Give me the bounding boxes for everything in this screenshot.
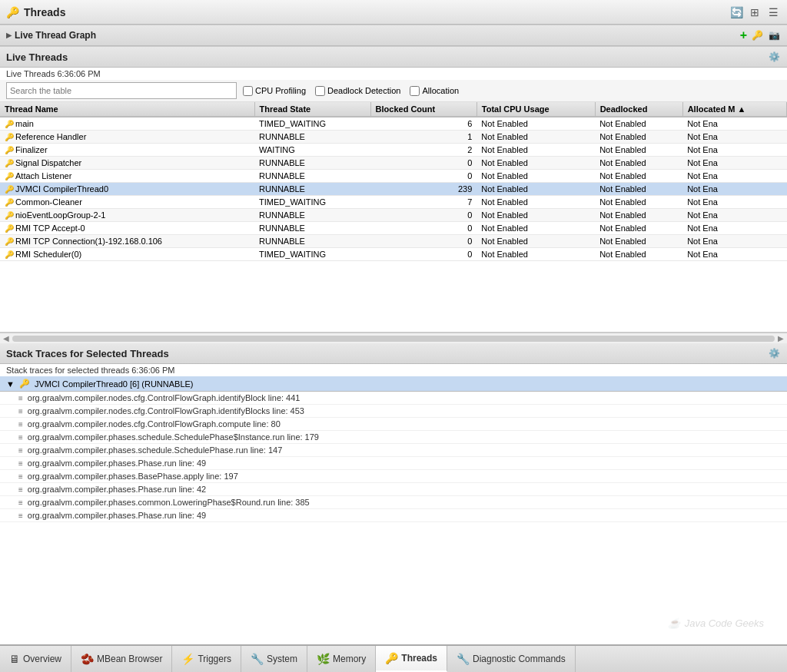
cell-thread-name: 🔑Finalizer bbox=[0, 144, 254, 157]
cell-deadlocked: Not Enabled bbox=[595, 183, 682, 196]
stack-line-icon: ≡ bbox=[18, 446, 23, 455]
main-content: ▶ Live Thread Graph + 🔑 📷 Live Threads ⚙… bbox=[0, 25, 787, 644]
thread-row-icon: 🔑 bbox=[5, 224, 14, 233]
deadlock-detection-label: Deadlock Detection bbox=[327, 86, 400, 95]
cell-blocked-count: 0 bbox=[370, 209, 477, 222]
stack-line-icon: ≡ bbox=[18, 472, 23, 481]
cell-cpu-usage: Not Enabled bbox=[477, 248, 595, 261]
selected-thread-row[interactable]: ▼ 🔑 JVMCI CompilerThread0 [6] (RUNNABLE) bbox=[0, 376, 787, 392]
cell-cpu-usage: Not Enabled bbox=[477, 196, 595, 209]
table-row[interactable]: 🔑RMI TCP Accept-0 RUNNABLE 0 Not Enabled… bbox=[0, 222, 787, 235]
stack-traces-content[interactable]: ▼ 🔑 JVMCI CompilerThread0 [6] (RUNNABLE)… bbox=[0, 376, 787, 644]
cell-thread-state: RUNNABLE bbox=[254, 209, 370, 222]
table-row[interactable]: 🔑Attach Listener RUNNABLE 0 Not Enabled … bbox=[0, 170, 787, 183]
cpu-profiling-checkbox[interactable]: CPU Profiling bbox=[243, 86, 306, 96]
cell-allocated: Not Ena bbox=[682, 131, 786, 144]
tab-bar: 🖥Overview🫘MBean Browser⚡Triggers🔧System🌿… bbox=[0, 646, 576, 672]
live-thread-graph-label: Live Thread Graph bbox=[15, 30, 96, 41]
allocation-label: Allocation bbox=[422, 86, 459, 95]
cell-cpu-usage: Not Enabled bbox=[477, 209, 595, 222]
stack-traces-settings-icon[interactable]: ⚙️ bbox=[767, 346, 781, 360]
col-thread-name[interactable]: Thread Name bbox=[0, 102, 254, 117]
tab-label: Overview bbox=[23, 654, 61, 664]
tab-item-threads[interactable]: 🔑Threads bbox=[376, 646, 447, 672]
col-deadlocked[interactable]: Deadlocked bbox=[595, 102, 682, 117]
col-blocked-count[interactable]: Blocked Count bbox=[370, 102, 477, 117]
live-threads-timestamp: Live Threads 6:36:06 PM bbox=[0, 68, 787, 80]
cell-thread-name: 🔑nioEventLoopGroup-2-1 bbox=[0, 209, 254, 222]
grid-icon[interactable]: ⊞ bbox=[747, 5, 762, 20]
table-row[interactable]: 🔑Signal Dispatcher RUNNABLE 0 Not Enable… bbox=[0, 157, 787, 170]
live-threads-header: Live Threads ⚙️ bbox=[0, 47, 787, 68]
stack-trace-item: ≡org.graalvm.compiler.phases.Phase.run l… bbox=[0, 483, 787, 496]
stack-line-icon: ≡ bbox=[18, 394, 23, 402]
cell-thread-name: 🔑Signal Dispatcher bbox=[0, 157, 254, 170]
graph-export-icon[interactable]: 📷 bbox=[767, 28, 781, 42]
tab-item-mbean-browser[interactable]: 🫘MBean Browser bbox=[71, 646, 172, 672]
cell-allocated: Not Ena bbox=[682, 144, 786, 157]
cell-thread-state: TIMED_WAITING bbox=[254, 248, 370, 261]
tab-label: System bbox=[267, 654, 297, 664]
add-graph-icon[interactable]: + bbox=[740, 28, 747, 42]
h-scrollbar[interactable]: ◀ ▶ bbox=[0, 333, 787, 343]
live-thread-graph-section: ▶ Live Thread Graph + 🔑 📷 bbox=[0, 25, 787, 47]
page-title: Threads bbox=[24, 6, 65, 18]
cpu-profiling-check[interactable] bbox=[243, 86, 253, 96]
thread-icon: 🔑 bbox=[19, 379, 30, 389]
table-row[interactable]: 🔑main TIMED_WAITING 6 Not Enabled Not En… bbox=[0, 117, 787, 131]
watermark: ☕ Java Code Geeks bbox=[668, 617, 764, 629]
live-threads-settings-icon[interactable]: ⚙️ bbox=[767, 50, 781, 64]
list-icon[interactable]: ☰ bbox=[765, 5, 781, 20]
expand-chevron[interactable]: ▶ bbox=[6, 31, 12, 39]
stack-trace-text: org.graalvm.compiler.phases.Phase.run li… bbox=[28, 485, 206, 494]
tab-icon: 🔧 bbox=[251, 653, 264, 665]
table-row[interactable]: 🔑Reference Handler RUNNABLE 1 Not Enable… bbox=[0, 131, 787, 144]
cell-blocked-count: 0 bbox=[370, 235, 477, 248]
stack-trace-item: ≡org.graalvm.compiler.nodes.cfg.ControlF… bbox=[0, 405, 787, 418]
allocation-checkbox[interactable]: Allocation bbox=[410, 86, 459, 96]
search-input[interactable] bbox=[6, 82, 237, 99]
thread-expand-arrow[interactable]: ▼ bbox=[6, 379, 15, 389]
cell-thread-state: RUNNABLE bbox=[254, 131, 370, 144]
cell-thread-name: 🔑JVMCI CompilerThread0 bbox=[0, 183, 254, 196]
tab-item-system[interactable]: 🔧System bbox=[241, 646, 307, 672]
cell-allocated: Not Ena bbox=[682, 183, 786, 196]
thread-row-icon: 🔑 bbox=[5, 172, 14, 180]
table-row[interactable]: 🔑RMI Scheduler(0) TIMED_WAITING 0 Not En… bbox=[0, 248, 787, 261]
tab-label: Threads bbox=[401, 653, 437, 664]
tab-item-overview[interactable]: 🖥Overview bbox=[0, 646, 71, 672]
cell-thread-name: 🔑RMI TCP Connection(1)-192.168.0.106 bbox=[0, 235, 254, 248]
cpu-profiling-label: CPU Profiling bbox=[255, 86, 306, 95]
threads-table-container[interactable]: Thread Name Thread State Blocked Count T… bbox=[0, 102, 787, 333]
thread-row-icon: 🔑 bbox=[5, 159, 14, 167]
stack-trace-item: ≡org.graalvm.compiler.phases.BasePhase.a… bbox=[0, 470, 787, 483]
table-row[interactable]: 🔑JVMCI CompilerThread0 RUNNABLE 239 Not … bbox=[0, 183, 787, 196]
deadlock-detection-checkbox[interactable]: Deadlock Detection bbox=[315, 86, 400, 96]
table-row[interactable]: 🔑nioEventLoopGroup-2-1 RUNNABLE 0 Not En… bbox=[0, 209, 787, 222]
refresh-icon[interactable]: 🔄 bbox=[729, 5, 744, 20]
cell-thread-name: 🔑main bbox=[0, 117, 254, 131]
cell-allocated: Not Ena bbox=[682, 196, 786, 209]
cell-cpu-usage: Not Enabled bbox=[477, 222, 595, 235]
col-thread-state[interactable]: Thread State bbox=[254, 102, 370, 117]
table-row[interactable]: 🔑Common-Cleaner TIMED_WAITING 7 Not Enab… bbox=[0, 196, 787, 209]
tab-item-diagnostic-commands[interactable]: 🔧Diagnostic Commands bbox=[447, 646, 576, 672]
table-row[interactable]: 🔑Finalizer WAITING 2 Not Enabled Not Ena… bbox=[0, 144, 787, 157]
stack-trace-text: org.graalvm.compiler.phases.schedule.Sch… bbox=[28, 445, 282, 455]
cell-thread-name: 🔑RMI Scheduler(0) bbox=[0, 248, 254, 261]
tab-label: Triggers bbox=[198, 654, 231, 664]
threads-table: Thread Name Thread State Blocked Count T… bbox=[0, 102, 787, 261]
tab-item-triggers[interactable]: ⚡Triggers bbox=[172, 646, 241, 672]
col-allocated[interactable]: Allocated M ▲ bbox=[682, 102, 786, 117]
bottom-tabs: 🖥Overview🫘MBean Browser⚡Triggers🔧System🌿… bbox=[0, 644, 787, 672]
tab-label: Diagnostic Commands bbox=[473, 654, 566, 664]
allocation-check[interactable] bbox=[410, 86, 420, 96]
deadlock-detection-check[interactable] bbox=[315, 86, 325, 96]
graph-settings-icon[interactable]: 🔑 bbox=[750, 28, 764, 42]
tab-item-memory[interactable]: 🌿Memory bbox=[307, 646, 376, 672]
table-row[interactable]: 🔑RMI TCP Connection(1)-192.168.0.106 RUN… bbox=[0, 235, 787, 248]
live-threads-title: Live Threads bbox=[6, 51, 68, 63]
col-total-cpu[interactable]: Total CPU Usage bbox=[477, 102, 595, 117]
stack-line-icon: ≡ bbox=[18, 498, 23, 507]
stack-trace-text: org.graalvm.compiler.nodes.cfg.ControlFl… bbox=[28, 393, 301, 402]
